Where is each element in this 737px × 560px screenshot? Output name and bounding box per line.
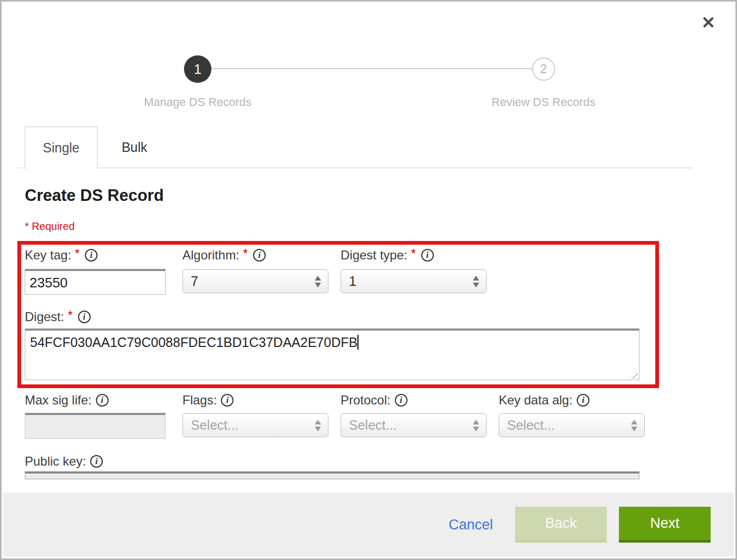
key-data-alg-label: Key data alg:i [499, 392, 589, 408]
stepper-step-1-circle: 1 [184, 55, 211, 83]
select-arrows-icon [631, 420, 637, 431]
key-tag-input[interactable] [25, 269, 166, 295]
next-button[interactable]: Next [619, 507, 711, 543]
public-key-label: Public key:i [25, 453, 103, 469]
info-icon[interactable]: i [421, 249, 434, 262]
stepper-step-2-circle: 2 [532, 57, 555, 81]
max-sig-life-label: Max sig life:i [25, 392, 109, 408]
flags-select[interactable]: Select... [182, 413, 328, 437]
info-icon[interactable]: i [85, 249, 98, 262]
select-arrows-icon [473, 276, 479, 287]
select-arrows-icon [315, 276, 321, 287]
tab-single[interactable]: Single [25, 127, 98, 169]
digest-value: 54FCF030AA1C79C0088FDEC1BD1C37DAA2E70DFB [30, 335, 357, 350]
algorithm-select[interactable]: 7 [182, 269, 328, 293]
text-cursor [357, 335, 358, 350]
digest-label: Digest:*i [25, 309, 91, 325]
required-asterisk: * [68, 308, 73, 323]
required-asterisk: * [243, 247, 248, 261]
required-asterisk: * [411, 247, 416, 261]
info-icon[interactable]: i [96, 394, 109, 407]
tab-bar: Single Bulk [17, 127, 692, 168]
resize-handle[interactable] [629, 370, 638, 379]
info-icon[interactable]: i [221, 394, 234, 407]
select-arrows-icon [473, 420, 479, 431]
protocol-label: Protocol:i [341, 392, 408, 408]
key-tag-label: Key tag:*i [25, 247, 98, 263]
stepper-step-2-label: Review DS Records [459, 95, 628, 109]
algorithm-label: Algorithm:*i [182, 247, 266, 263]
flags-label: Flags:i [182, 392, 234, 408]
digest-type-label: Digest type:*i [341, 247, 434, 263]
required-asterisk: * [75, 247, 80, 261]
close-icon[interactable]: ✕ [701, 14, 715, 31]
key-data-alg-select[interactable]: Select... [499, 413, 645, 437]
max-sig-life-input [25, 413, 166, 439]
info-icon[interactable]: i [90, 455, 103, 468]
select-arrows-icon [315, 420, 321, 431]
stepper-step-1-label: Manage DS Records [113, 95, 282, 109]
tab-bulk[interactable]: Bulk [98, 127, 171, 168]
info-icon[interactable]: i [78, 311, 91, 323]
info-icon[interactable]: i [577, 394, 589, 407]
modal-footer: Cancel Back Next [3, 493, 734, 557]
create-ds-record-modal: ✕ 1 2 Manage DS Records Review DS Record… [0, 0, 737, 560]
protocol-select[interactable]: Select... [341, 413, 487, 437]
info-icon[interactable]: i [395, 394, 408, 407]
required-note: * Required [25, 220, 75, 233]
public-key-textarea[interactable] [25, 471, 639, 479]
stepper-connector-line [198, 68, 544, 69]
info-icon[interactable]: i [253, 249, 266, 262]
digest-type-select[interactable]: 1 [341, 269, 487, 293]
page-title: Create DS Record [25, 186, 164, 205]
back-button: Back [515, 507, 607, 543]
cancel-button[interactable]: Cancel [449, 517, 493, 533]
digest-textarea[interactable]: 54FCF030AA1C79C0088FDEC1BD1C37DAA2E70DFB [25, 329, 639, 380]
